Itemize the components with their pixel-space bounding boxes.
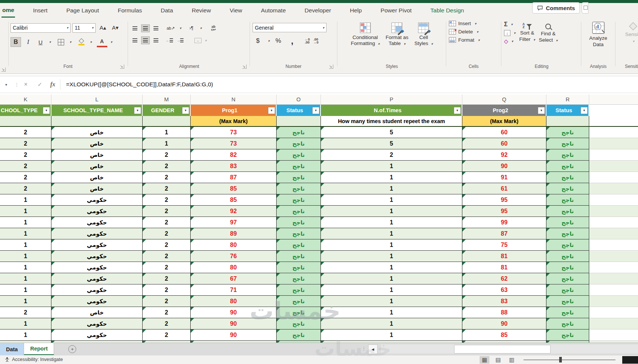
- cell-Q-18[interactable]: 90: [462, 318, 546, 329]
- cell-P-10[interactable]: 1: [321, 228, 462, 239]
- font-size-select[interactable]: 11 ▾: [72, 23, 96, 33]
- cell-O-15[interactable]: ناجح: [277, 284, 321, 296]
- tab-view[interactable]: View: [229, 4, 243, 17]
- cell-O-17[interactable]: ناجح: [277, 307, 321, 318]
- insert-function-icon[interactable]: fx: [50, 81, 55, 88]
- cell-M-18[interactable]: 2: [143, 318, 191, 329]
- tab-home[interactable]: ome: [2, 4, 15, 18]
- cell-M-15[interactable]: 2: [143, 284, 191, 296]
- table-subheader-M[interactable]: [143, 116, 191, 126]
- font-name-select[interactable]: Calibri ▾: [11, 23, 71, 33]
- cell-M-9[interactable]: 2: [143, 217, 191, 228]
- cell-M-11[interactable]: 2: [143, 239, 191, 251]
- comma-format-button[interactable]: ,: [287, 36, 298, 46]
- tab-review[interactable]: Review: [191, 4, 212, 17]
- cell-O-16[interactable]: ناجح: [277, 296, 321, 307]
- cell-empty[interactable]: [589, 318, 638, 329]
- cell-N-15[interactable]: 71: [191, 284, 277, 296]
- cell-N-6[interactable]: 85: [191, 183, 277, 194]
- cell-Q-7[interactable]: 95: [462, 194, 546, 206]
- chevron-down-icon[interactable]: ▾: [268, 39, 270, 43]
- tab-table-design[interactable]: Table Design: [430, 4, 465, 17]
- cell-O-12[interactable]: ناجح: [277, 251, 321, 262]
- comments-button[interactable]: Comments: [532, 2, 580, 14]
- cell-L-14[interactable]: حكومي: [51, 273, 143, 284]
- column-letter-K[interactable]: K: [0, 95, 51, 104]
- cell-R-10[interactable]: ناجح: [546, 228, 589, 239]
- cell-R-14[interactable]: ناجح: [546, 273, 589, 284]
- cell-empty[interactable]: [589, 284, 638, 296]
- cell-L-3[interactable]: خاص: [51, 149, 143, 161]
- cell-O-19[interactable]: ناجح: [277, 329, 321, 341]
- font-color-button[interactable]: A▴A: [97, 36, 107, 48]
- cell-R-2[interactable]: ناجح: [546, 138, 589, 149]
- column-letter-N[interactable]: N: [191, 95, 277, 104]
- cell-N-2[interactable]: 73: [191, 138, 277, 149]
- merge-center-button[interactable]: ↔: [194, 38, 202, 43]
- cell-P-16[interactable]: 1: [321, 296, 462, 307]
- clear-button[interactable]: ◇▾: [504, 38, 516, 44]
- table-header-L[interactable]: SCHOOL_TYPE_NAME▾: [51, 105, 143, 116]
- format-as-table-button[interactable]: Format asTable ▾: [386, 23, 409, 47]
- cell-empty[interactable]: [589, 262, 638, 273]
- alignment-dialog-launcher[interactable]: ↘: [242, 65, 247, 69]
- cell-P-8[interactable]: 1: [321, 206, 462, 217]
- cell-R-15[interactable]: ناجح: [546, 284, 589, 296]
- borders-button[interactable]: [56, 37, 66, 47]
- cell-O-4[interactable]: ناجح: [277, 161, 321, 172]
- cell-Q-19[interactable]: 85: [462, 329, 546, 341]
- table-subheader-N[interactable]: (Max Mark): [191, 116, 277, 126]
- table-header-R[interactable]: Status▾: [546, 105, 589, 116]
- tab-bar-divider-dots[interactable]: ⋮: [361, 346, 366, 351]
- enter-icon[interactable]: ✓: [38, 81, 42, 88]
- page-layout-view-button[interactable]: ▤: [493, 356, 503, 364]
- column-letter-M[interactable]: M: [143, 95, 191, 104]
- table-header-Q[interactable]: Prog2▾: [462, 105, 546, 116]
- cell-R-11[interactable]: ناجح: [546, 239, 589, 251]
- shrink-font-button[interactable]: A▾: [110, 23, 120, 33]
- cell-O-8[interactable]: ناجح: [277, 206, 321, 217]
- cell-N-3[interactable]: 82: [191, 149, 277, 161]
- tab-developer[interactable]: Developer: [304, 4, 332, 17]
- cell-M-1[interactable]: 1: [143, 127, 191, 138]
- cell-N-9[interactable]: 97: [191, 217, 277, 228]
- autosum-button[interactable]: Σ▾: [504, 21, 516, 28]
- currency-format-button[interactable]: $: [253, 36, 263, 46]
- tab-insert[interactable]: Insert: [32, 4, 48, 17]
- cell-R-9[interactable]: ناجح: [546, 217, 589, 228]
- chevron-down-icon[interactable]: ▾: [179, 26, 181, 30]
- fill-color-button[interactable]: [76, 37, 87, 47]
- new-sheet-button[interactable]: +: [68, 345, 76, 353]
- cell-Q-12[interactable]: 81: [462, 251, 546, 262]
- cell-O-10[interactable]: ناجح: [277, 228, 321, 239]
- cell-M-13[interactable]: 2: [143, 262, 191, 273]
- cell-P-2[interactable]: 5: [321, 138, 462, 149]
- cell-R-6[interactable]: ناجح: [546, 183, 589, 194]
- increase-decimal-button[interactable]: ←0 .00: [305, 38, 310, 44]
- cell-Q-11[interactable]: 75: [462, 239, 546, 251]
- zoom-level-block[interactable]: [622, 356, 638, 364]
- accessibility-status[interactable]: Accessibility: Investigate: [5, 357, 63, 362]
- cell-R-19[interactable]: ناجح: [546, 329, 589, 341]
- cell-M-10[interactable]: 2: [143, 228, 191, 239]
- cell-empty[interactable]: [589, 127, 638, 138]
- grow-font-button[interactable]: A▴: [98, 23, 108, 33]
- cell-N-14[interactable]: 67: [191, 273, 277, 284]
- cell-R-1[interactable]: ناجح: [546, 127, 589, 138]
- cell-Q-4[interactable]: 90: [462, 161, 546, 172]
- number-format-select[interactable]: General ▾: [253, 23, 327, 32]
- cell-empty[interactable]: [589, 161, 638, 172]
- tab-data[interactable]: Data: [160, 4, 174, 17]
- cell-N-5[interactable]: 87: [191, 172, 277, 183]
- cell-L-7[interactable]: حكومي: [51, 194, 143, 206]
- cell-L-6[interactable]: خاص: [51, 183, 143, 194]
- cell-Q-14[interactable]: 62: [462, 273, 546, 284]
- name-box-divider[interactable]: ⋮: [14, 82, 19, 87]
- cell-K-9[interactable]: 1: [0, 217, 51, 228]
- cell-M-12[interactable]: 2: [143, 251, 191, 262]
- tab-page-layout[interactable]: Page Layout: [66, 4, 100, 17]
- cell-R-12[interactable]: ناجح: [546, 251, 589, 262]
- cell-N-19[interactable]: 90: [191, 329, 277, 341]
- tab-automate[interactable]: Automate: [260, 4, 286, 17]
- cell-L-12[interactable]: حكومي: [51, 251, 143, 262]
